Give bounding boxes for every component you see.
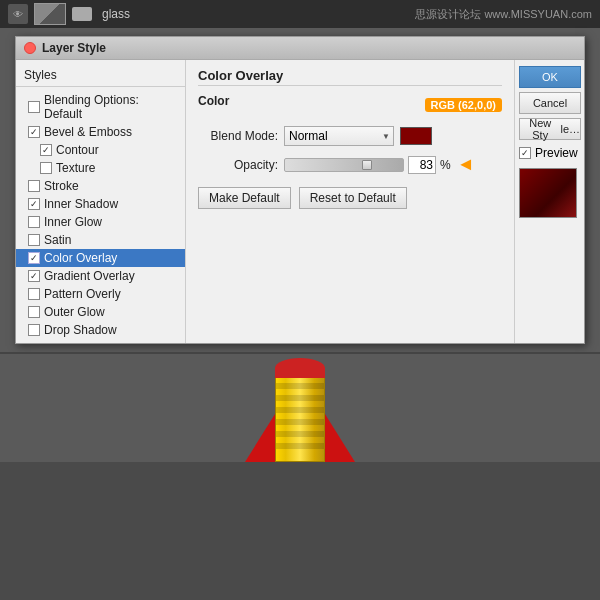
dialog-background: Layer Style Styles Blending Options: Def… <box>0 28 600 352</box>
layer-thumbnail <box>34 3 66 25</box>
bottom-area <box>0 352 600 462</box>
dialog-titlebar: Layer Style <box>16 37 584 60</box>
ok-button[interactable]: OK <box>519 66 581 88</box>
opacity-value[interactable]: 83 <box>408 156 436 174</box>
blending-options-checkbox[interactable] <box>28 101 40 113</box>
site-watermark: 思源设计论坛 www.MISSYUAN.com <box>415 7 592 22</box>
make-default-button[interactable]: Make Default <box>198 187 291 209</box>
cylinder-band-2 <box>276 395 324 401</box>
sidebar-item-texture[interactable]: Texture <box>16 159 185 177</box>
satin-checkbox[interactable] <box>28 234 40 246</box>
arrow-indicator: ◄ <box>457 154 475 175</box>
right-sidebar: OK Cancel New Style… Preview <box>514 60 584 343</box>
bevel-emboss-checkbox[interactable] <box>28 126 40 138</box>
dialog-title: Layer Style <box>42 41 106 55</box>
contour-checkbox[interactable] <box>40 144 52 156</box>
sidebar-item-blending-options[interactable]: Blending Options: Default <box>16 91 185 123</box>
opacity-row: Opacity: 83 % ◄ <box>198 154 502 175</box>
gradient-overlay-checkbox[interactable] <box>28 270 40 282</box>
color-swatch[interactable] <box>400 127 432 145</box>
top-bar: 👁 glass 思源设计论坛 www.MISSYUAN.com <box>0 0 600 28</box>
sidebar-item-inner-shadow[interactable]: Inner Shadow <box>16 195 185 213</box>
opacity-slider-container: 83 % ◄ <box>284 154 475 175</box>
color-subsection-title: Color <box>198 94 229 108</box>
reset-to-default-button[interactable]: Reset to Default <box>299 187 407 209</box>
stroke-checkbox[interactable] <box>28 180 40 192</box>
preview-swatch <box>519 168 577 218</box>
rocket-cap <box>275 358 325 378</box>
blend-mode-select-wrapper[interactable]: Normal Multiply Screen Overlay <box>284 126 394 146</box>
close-button[interactable] <box>24 42 36 54</box>
layer-name: glass <box>102 7 130 21</box>
cancel-button[interactable]: Cancel <box>519 92 581 114</box>
drop-shadow-checkbox[interactable] <box>28 324 40 336</box>
rocket-illustration <box>240 362 360 462</box>
outer-glow-checkbox[interactable] <box>28 306 40 318</box>
opacity-label: Opacity: <box>198 158 278 172</box>
cylinder-band-3 <box>276 407 324 413</box>
opacity-slider-thumb[interactable] <box>362 160 372 170</box>
inner-shadow-checkbox[interactable] <box>28 198 40 210</box>
sidebar-item-outer-glow[interactable]: Outer Glow <box>16 303 185 321</box>
right-panel: Color Overlay Color RGB (62,0,0) Blend M… <box>186 60 514 343</box>
rgb-badge: RGB (62,0,0) <box>425 98 502 112</box>
sidebar-item-drop-shadow[interactable]: Drop Shadow <box>16 321 185 339</box>
percent-label: % <box>440 158 451 172</box>
blend-mode-label: Blend Mode: <box>198 129 278 143</box>
section-title: Color Overlay <box>198 68 502 86</box>
cylinder-band-4 <box>276 419 324 425</box>
sidebar-item-contour[interactable]: Contour <box>16 141 185 159</box>
new-style-button[interactable]: New Style… <box>519 118 581 140</box>
blend-mode-row: Blend Mode: Normal Multiply Screen Overl… <box>198 126 502 146</box>
sidebar-item-pattern-overlay[interactable]: Pattern Overly <box>16 285 185 303</box>
sidebar-item-inner-glow[interactable]: Inner Glow <box>16 213 185 231</box>
sidebar-item-satin[interactable]: Satin <box>16 231 185 249</box>
rocket-fin-right <box>320 382 355 462</box>
sidebar-item-bevel-emboss[interactable]: Bevel & Emboss <box>16 123 185 141</box>
cylinder-band-5 <box>276 431 324 437</box>
button-row: Make Default Reset to Default <box>198 187 502 209</box>
dialog-body: Styles Blending Options: Default Bevel &… <box>16 60 584 343</box>
preview-checkbox[interactable] <box>519 147 531 159</box>
cylinder-band-1 <box>276 383 324 389</box>
rocket-cylinder <box>275 372 325 462</box>
sidebar-item-stroke[interactable]: Stroke <box>16 177 185 195</box>
color-overlay-checkbox[interactable] <box>28 252 40 264</box>
styles-header[interactable]: Styles <box>16 64 185 87</box>
cylinder-band-6 <box>276 443 324 449</box>
texture-checkbox[interactable] <box>40 162 52 174</box>
pattern-overlay-checkbox[interactable] <box>28 288 40 300</box>
slider-icon <box>72 7 92 21</box>
inner-glow-checkbox[interactable] <box>28 216 40 228</box>
sidebar-item-color-overlay[interactable]: Color Overlay <box>16 249 185 267</box>
blend-mode-select[interactable]: Normal Multiply Screen Overlay <box>284 126 394 146</box>
preview-label: Preview <box>535 146 578 160</box>
left-panel: Styles Blending Options: Default Bevel &… <box>16 60 186 343</box>
layer-style-dialog: Layer Style Styles Blending Options: Def… <box>15 36 585 344</box>
preview-check-row: Preview <box>519 146 580 160</box>
eye-icon[interactable]: 👁 <box>8 4 28 24</box>
opacity-slider-track[interactable] <box>284 158 404 172</box>
sidebar-item-gradient-overlay[interactable]: Gradient Overlay <box>16 267 185 285</box>
